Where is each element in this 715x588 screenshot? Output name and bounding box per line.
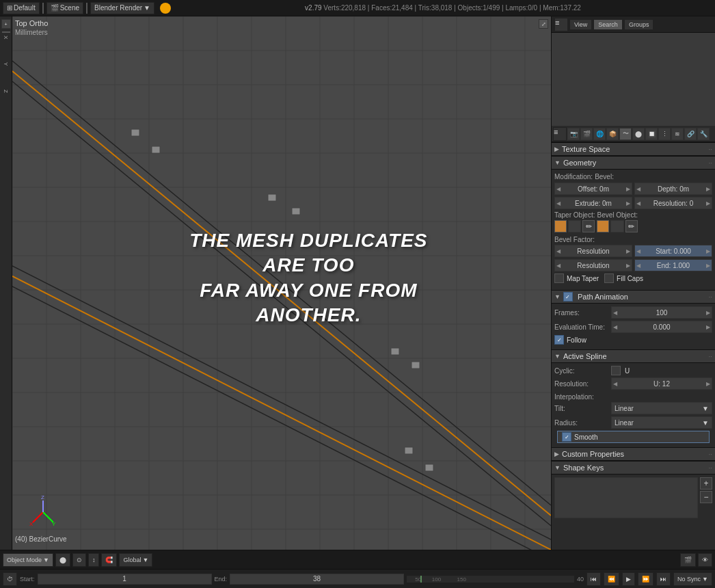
viewport-shading-solid[interactable]: ⬤ [55, 553, 70, 567]
smooth-checkbox[interactable]: ✓ [562, 432, 571, 442]
play-back-btn[interactable]: ⏮ [586, 572, 601, 586]
taper-edit-btn[interactable]: ✏ [582, 220, 595, 232]
properties-panel[interactable]: ▶ Texture Space ·· ▼ Geometry ·· Modific… [552, 142, 715, 550]
bevel-label: Bevel: [595, 173, 614, 181]
left-axis-z: Z [3, 90, 9, 93]
fill-caps-label: Fill Caps [617, 275, 643, 282]
current-frame: 40 [577, 576, 584, 583]
smooth-button[interactable]: ✓ Smooth [557, 431, 710, 443]
renderer-selector[interactable]: Blender Render ▼ [90, 2, 154, 14]
frames-field[interactable]: ◀ 100 ▶ [611, 306, 712, 319]
texture-space-arrow: ▶ [554, 146, 559, 152]
shape-keys-label: Shape Keys [563, 464, 604, 472]
shape-key-remove-btn[interactable]: − [700, 491, 712, 503]
end-value-field[interactable]: ◀ End: 1.000 ▶ [634, 259, 712, 271]
offset-field[interactable]: ◀ Offset: 0m ▶ [554, 183, 632, 195]
icon-constraints[interactable]: 🔗 [684, 128, 697, 140]
modification-label: Modification: [554, 173, 593, 181]
icon-render[interactable]: 📷 [567, 128, 580, 140]
map-taper-row: Map Taper [554, 273, 599, 283]
shape-keys-list[interactable] [554, 477, 698, 518]
transform-icon[interactable]: ↕ [88, 553, 100, 567]
no-sync-selector[interactable]: No Sync ▼ [673, 572, 712, 586]
taper-color-btn[interactable] [554, 220, 567, 232]
extrude-field[interactable]: ◀ Extrude: 0m ▶ [554, 197, 632, 209]
search-tab[interactable]: Search [593, 19, 623, 30]
right-top-canvas [552, 33, 715, 126]
path-animation-checkbox[interactable]: ✓ [563, 292, 573, 302]
proportional-edit[interactable]: ⊙ [72, 553, 86, 567]
play-btn[interactable]: ▶ [622, 572, 635, 586]
icon-texture[interactable]: 🔲 [645, 128, 658, 140]
timeline-icon[interactable]: ⏱ [3, 572, 17, 586]
fill-caps-checkbox[interactable] [604, 273, 614, 283]
xyz-indicator: X Y Z [26, 495, 60, 529]
custom-props-section-header[interactable]: ▶ Custom Properties ·· [552, 447, 715, 461]
no-sync-label: No Sync [677, 576, 701, 583]
shape-key-add-btn[interactable]: + [700, 477, 712, 490]
start-frame[interactable]: 1 [38, 574, 212, 585]
taper-object-field[interactable] [568, 220, 581, 232]
left-btn-1[interactable]: + [1, 19, 11, 29]
eval-time-field[interactable]: ◀ 0.000 ▶ [611, 321, 712, 333]
bevel-object-field[interactable] [610, 220, 623, 232]
left-panel: + X Y Z [0, 16, 12, 550]
active-spline-section-header[interactable]: ▼ Active Spline ·· [552, 349, 715, 363]
preview-btn[interactable]: 👁 [698, 553, 712, 567]
render-btn[interactable]: 🎬 [680, 553, 696, 567]
prev-frame-btn[interactable]: ⏪ [604, 572, 619, 586]
spline-resolution-field[interactable]: ◀ U: 12 ▶ [611, 377, 712, 390]
icon-object[interactable]: 📦 [606, 128, 619, 140]
tilt-row: Tilt: Linear ▼ [554, 402, 712, 414]
global-selector[interactable]: Global ▼ [119, 553, 152, 567]
texture-space-section[interactable]: ▶ Texture Space ·· [552, 142, 715, 156]
start-value-field[interactable]: ◀ Start: 0.000 ▶ [634, 245, 712, 257]
icon-physics[interactable]: ≋ [671, 128, 684, 140]
groups-tab[interactable]: Groups [624, 19, 654, 30]
geometry-section-header[interactable]: ▼ Geometry ·· [552, 156, 715, 170]
icon-modifiers[interactable]: 🔧 [697, 128, 710, 140]
icon-bar-left[interactable]: ≡ [553, 127, 567, 141]
follow-checkbox[interactable]: ✓ [554, 335, 564, 345]
icon-scene[interactable]: 🎬 [580, 128, 593, 140]
next-frame-btn[interactable]: ⏩ [638, 572, 653, 586]
bevel-res-end-field[interactable]: ◀ Resolution ▶ [554, 259, 632, 271]
workspace-label: Default [14, 4, 36, 12]
icon-data[interactable]: 〜 [619, 128, 632, 140]
follow-label: Follow [567, 336, 586, 344]
icon-world[interactable]: 🌐 [593, 128, 606, 140]
depth-field[interactable]: ◀ Depth: 0m ▶ [634, 183, 712, 195]
icon-particles[interactable]: ⋮ [658, 128, 671, 140]
tilt-label: Tilt: [554, 405, 609, 412]
map-taper-checkbox[interactable] [554, 273, 564, 283]
bevel-res-start-field[interactable]: ◀ Resolution ▶ [554, 245, 632, 257]
right-top-header: ≡ View Search Groups [552, 16, 715, 33]
viewport[interactable]: Top Ortho Millimeters ⤢ THE MESH DUPLICA… [12, 16, 551, 550]
resolution-field[interactable]: ◀ Resolution: 0 ▶ [634, 197, 712, 209]
fill-caps-row: Fill Caps [604, 273, 643, 283]
snap-icon[interactable]: 🧲 [101, 553, 117, 567]
bevel-edit-btn[interactable]: ✏ [625, 220, 638, 232]
scene-selector[interactable]: 🎬 Scene [46, 2, 83, 14]
viewport-maximize-btn[interactable]: ⤢ [539, 19, 548, 29]
tilt-field[interactable]: Linear ▼ [611, 402, 712, 414]
path-animation-section-header[interactable]: ▼ ✓ Path Animation ·· [552, 290, 715, 304]
workspace-selector[interactable]: ⊞ Default [3, 2, 40, 14]
shape-keys-section-header[interactable]: ▼ Shape Keys ·· [552, 461, 715, 475]
scene-icon: 🎬 [51, 4, 59, 12]
timeline-bar[interactable]: 50 100 150 [407, 576, 574, 583]
frames-value: 100 [656, 309, 668, 317]
cyclic-checkbox[interactable] [611, 366, 621, 375]
view-tab[interactable]: View [569, 19, 592, 30]
play-forward-btn[interactable]: ⏭ [656, 572, 671, 586]
bevel-color-btn[interactable] [597, 220, 609, 232]
renderer-arrow: ▼ [144, 4, 150, 12]
bevel-object-label: Bevel Object: [597, 211, 637, 219]
icon-material[interactable]: ⬤ [632, 128, 645, 140]
radius-field[interactable]: Linear ▼ [611, 416, 712, 429]
texture-space-dots: ·· [708, 146, 712, 153]
object-mode-selector[interactable]: Object Mode ▼ [3, 553, 53, 567]
end-frame[interactable]: 38 [230, 574, 404, 585]
spline-resolution-label: Resolution: [554, 380, 609, 388]
right-top-icon[interactable]: ≡ [554, 18, 568, 31]
